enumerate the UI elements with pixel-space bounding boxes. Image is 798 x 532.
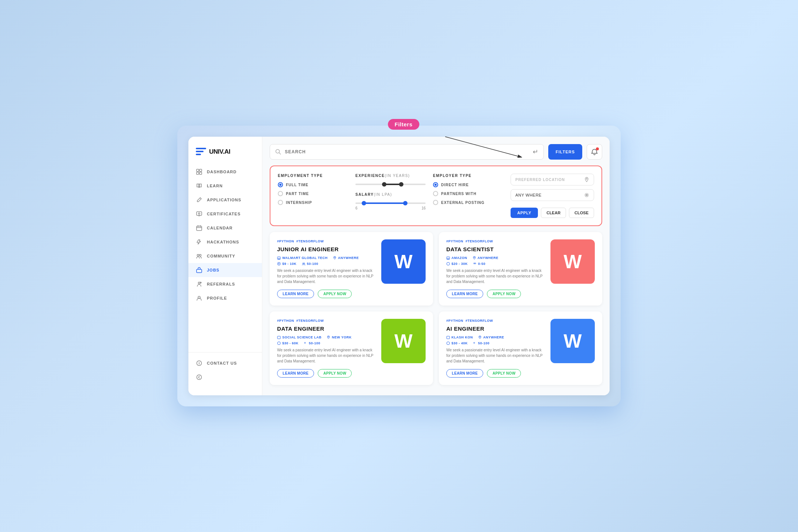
jobs-icon [196, 267, 202, 273]
svg-rect-5 [197, 212, 202, 215]
svg-point-11 [198, 282, 200, 284]
experience-unit: (IN YEARS) [385, 174, 410, 178]
job-info-2: #PYTHON #TENSORFLOW DATA ENGINEER SOCIAL… [277, 319, 375, 378]
apply-now-button-2[interactable]: APPLY NOW [318, 369, 352, 378]
job-title-2: DATA ENGINEER [277, 325, 375, 332]
back-button[interactable] [188, 370, 262, 384]
job-description-2: We seek a passionate entry level AI engi… [277, 347, 375, 364]
employment-full-time[interactable]: FULL TIME [278, 182, 348, 187]
sidebar-item-label-community: COMMUNITY [207, 254, 235, 258]
job-tags-0: #PYTHON #TENSORFLOW [277, 239, 375, 243]
job-description-3: We seek a passionate entry level AI engi… [446, 347, 545, 364]
sidebar-item-applications[interactable]: APPLICATIONS [188, 193, 262, 207]
employer-external-posting[interactable]: EXTERNAL POSTING [433, 200, 503, 205]
salary-2: $30 - 60K [277, 341, 299, 345]
job-meta-3: KLASH KON ANYWHERE [446, 335, 545, 339]
job-logo-0: W [381, 239, 426, 284]
job-title-3: AI ENGINEER [446, 325, 545, 332]
employer-direct-hire[interactable]: DIRECT HIRE [433, 182, 503, 187]
sidebar-item-label-contact: CONTACT US [207, 361, 237, 365]
job-meta-2: SOCIAL SCIENCE LAB NEW YORK [277, 335, 375, 339]
close-filter-button[interactable]: CLOSE [569, 208, 594, 218]
svg-rect-1 [197, 169, 199, 171]
job-info-3: #PYTHON #TENSORFLOW AI ENGINEER KLASH KO… [446, 319, 545, 378]
apply-now-button-0[interactable]: APPLY NOW [318, 290, 352, 298]
part-time-label: PART TIME [286, 192, 309, 196]
sidebar-item-dashboard[interactable]: DASHBOARD [188, 165, 262, 179]
salary-icon-2 [277, 341, 281, 345]
svg-rect-30 [277, 336, 280, 339]
sidebar-item-calendar[interactable]: CALENDAR [188, 221, 262, 235]
building-icon-3 [446, 335, 450, 339]
learn-more-button-2[interactable]: LEARN MORE [277, 369, 314, 378]
radio-direct-hire [433, 182, 438, 187]
team-icon-1 [473, 262, 477, 266]
preferred-location-input[interactable]: PREFERRED LOCATION [511, 174, 594, 185]
notification-badge [596, 147, 599, 150]
employment-type-section: EMPLOYMENT TYPE FULL TIME PART TIME I [278, 174, 348, 218]
team-icon-3 [473, 341, 477, 345]
employer-partners-with[interactable]: PARTNERS WITH [433, 191, 503, 196]
learn-more-button-3[interactable]: LEARN MORE [446, 369, 483, 378]
clear-location-icon[interactable] [584, 192, 589, 198]
notification-button[interactable] [587, 144, 602, 160]
svg-point-35 [480, 337, 480, 337]
teamsize-val-2: 50-100 [309, 341, 320, 345]
job-location-3: ANYWHERE [483, 335, 504, 339]
sidebar-item-profile[interactable]: PROFILE [188, 291, 262, 305]
slider-section: EXPERIENCE(IN YEARS) SALARY(IN [355, 174, 426, 218]
radio-partners-with [433, 191, 438, 196]
svg-point-33 [304, 342, 306, 344]
sidebar-item-certificates[interactable]: CERTIFICATES [188, 207, 262, 221]
sidebar-item-learn[interactable]: LEARN [188, 179, 262, 193]
svg-rect-7 [197, 226, 202, 231]
salary-slider[interactable]: 6 16 [355, 202, 426, 210]
location-value-display[interactable]: ANY WHERE [511, 189, 594, 201]
salary-val-2: $30 - 60K [282, 341, 299, 345]
pin-icon-1 [473, 256, 476, 260]
learn-more-button-1[interactable]: LEARN MORE [446, 290, 483, 298]
back-icon [196, 374, 202, 381]
sidebar-item-referrals[interactable]: REFERRALS [188, 277, 262, 291]
location-icon [584, 177, 589, 182]
location-3: ANYWHERE [478, 335, 504, 339]
employer-type-label: EMPLOYER TYPE [433, 174, 503, 178]
job-card-1: #PYTHON #TENSORFLOW DATA SCIENTIST AMAZO… [439, 232, 602, 306]
svg-point-31 [328, 337, 329, 337]
svg-point-32 [277, 342, 280, 345]
apply-now-button-3[interactable]: APPLY NOW [487, 369, 521, 378]
enter-icon: ↵ [533, 148, 538, 156]
employment-part-time[interactable]: PART TIME [278, 191, 348, 196]
sidebar-item-hackathons[interactable]: HACKATHONS [188, 235, 262, 249]
sidebar-item-contact[interactable]: CONTACT US [188, 356, 262, 370]
apply-filter-button[interactable]: APPLY [511, 208, 538, 218]
svg-point-26 [474, 257, 475, 258]
company-0: WALMART GLOBAL TECH [277, 256, 328, 260]
learn-more-button-0[interactable]: LEARN MORE [277, 290, 314, 298]
employment-internship[interactable]: INTERNSHIP [278, 200, 348, 205]
experience-label: EXPERIENCE(IN YEARS) [355, 174, 426, 178]
svg-point-23 [304, 263, 305, 264]
sidebar-item-label-jobs: JOBS [207, 268, 219, 272]
search-icon [275, 149, 281, 155]
salary-3: $30 - 40K [446, 341, 468, 345]
job-location-0: ANYWHERE [338, 256, 359, 260]
direct-hire-label: DIRECT HIRE [441, 183, 469, 187]
contact-icon [196, 360, 202, 366]
location-section: PREFERRED LOCATION ANY WHERE [511, 174, 594, 218]
job-actions-3: LEARN MORE APPLY NOW [446, 369, 545, 378]
sidebar-item-label-applications: APPLICATIONS [207, 198, 241, 202]
teamsize-1: 0-50 [473, 262, 485, 266]
sidebar-item-jobs[interactable]: JOBS [188, 263, 262, 277]
experience-slider[interactable] [355, 184, 426, 185]
apply-now-button-1[interactable]: APPLY NOW [487, 290, 521, 298]
location-1: ANYWHERE [473, 256, 499, 260]
svg-point-14 [197, 375, 202, 380]
company-name-2: SOCIAL SCIENCE LAB [282, 335, 321, 339]
sidebar-item-community[interactable]: COMMUNITY [188, 249, 262, 263]
salary-1: $20 - 30K [446, 262, 468, 266]
job-actions-0: LEARN MORE APPLY NOW [277, 290, 375, 298]
svg-point-9 [200, 255, 201, 256]
clear-filter-button[interactable]: CLEAR [541, 208, 566, 218]
filters-button[interactable]: FILTERS [548, 144, 582, 160]
